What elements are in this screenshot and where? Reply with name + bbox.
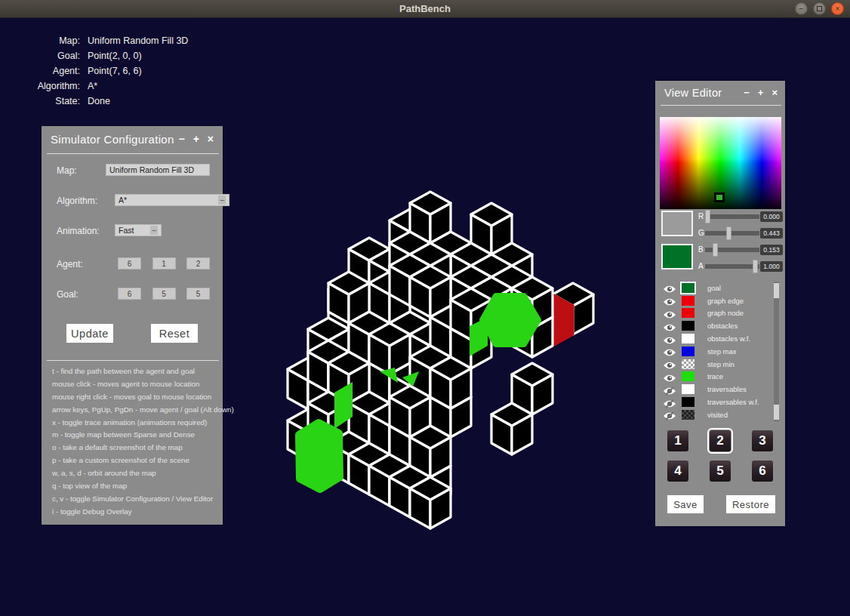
layer-label: obstacles w.f. — [707, 334, 750, 343]
close-button[interactable]: × — [831, 2, 844, 15]
reset-button[interactable]: Reset — [151, 324, 198, 343]
restore-button[interactable]: Restore — [726, 495, 775, 513]
layer-row[interactable]: obstacles — [655, 319, 772, 332]
layer-row[interactable]: traversables — [655, 383, 772, 396]
slider-track[interactable] — [705, 248, 759, 252]
visibility-eye-icon[interactable] — [663, 398, 676, 407]
visibility-eye-icon[interactable] — [663, 359, 676, 368]
layer-color-swatch[interactable] — [682, 397, 694, 407]
layer-color-swatch[interactable] — [682, 308, 694, 318]
pathbench-window: { "window": { "title": "PathBench" }, "i… — [0, 0, 850, 616]
layer-row[interactable]: visited — [655, 408, 772, 421]
info-label: Agent: — [12, 66, 80, 76]
panel-maximize-icon[interactable]: + — [193, 133, 199, 145]
visibility-eye-icon[interactable] — [663, 410, 676, 419]
goal-label: Goal: — [57, 289, 79, 300]
layer-color-swatch[interactable] — [682, 334, 694, 343]
layer-color-swatch[interactable] — [682, 321, 694, 331]
preset-button-5[interactable]: 5 — [710, 460, 731, 482]
layer-color-swatch[interactable] — [682, 283, 694, 293]
view-editor-panel: View Editor − + × R 0.000 G 0.443 B 0.15… — [655, 81, 785, 526]
info-row: Map: Uniform Random Fill 3D — [12, 33, 188, 48]
layer-row[interactable]: graph node — [655, 307, 772, 320]
layer-row[interactable]: traversables w.f. — [655, 396, 772, 408]
preset-button-6[interactable]: 6 — [752, 460, 773, 482]
coordinate-field[interactable]: 1 — [152, 257, 176, 270]
color-picker-gradient[interactable] — [660, 117, 781, 209]
visibility-eye-icon[interactable] — [663, 334, 676, 343]
panel-title: View Editor — [664, 87, 722, 99]
info-label: State: — [12, 96, 80, 106]
panel-maximize-icon[interactable]: + — [758, 87, 764, 98]
layer-color-swatch[interactable] — [682, 296, 694, 306]
maximize-button[interactable] — [813, 2, 826, 15]
visibility-eye-icon[interactable] — [663, 385, 676, 394]
scrollbar-down-button[interactable] — [774, 405, 779, 420]
coordinate-field[interactable]: 6 — [118, 288, 141, 300]
layer-label: trace — [707, 372, 723, 380]
visibility-eye-icon[interactable] — [663, 346, 676, 356]
info-value: Done — [80, 96, 110, 106]
color-picker-marker[interactable] — [714, 192, 725, 202]
help-line: mouse click - moves agent to mouse locat… — [52, 378, 218, 391]
map-3d-scene[interactable] — [226, 174, 649, 581]
map-dropdown[interactable]: Uniform Random Fill 3D — [106, 164, 210, 176]
coordinate-field[interactable]: 5 — [152, 288, 176, 300]
slider-track[interactable] — [705, 264, 759, 269]
layer-color-swatch[interactable] — [682, 371, 694, 381]
layer-row[interactable]: trace — [655, 371, 772, 383]
coordinate-field[interactable]: 5 — [186, 288, 210, 300]
animation-dropdown[interactable]: Fast – — [115, 224, 162, 236]
visibility-eye-icon[interactable] — [663, 283, 676, 292]
dropdown-arrow-icon: – — [150, 226, 158, 235]
panel-close-icon[interactable]: × — [208, 133, 214, 145]
layer-color-swatch[interactable] — [682, 346, 694, 356]
layer-list-scrollbar[interactable] — [774, 282, 779, 421]
visibility-eye-icon[interactable] — [663, 309, 676, 318]
map-label: Map: — [57, 165, 77, 176]
divider — [47, 153, 219, 154]
scrollbar-thumb[interactable] — [774, 283, 779, 298]
slider-handle[interactable] — [726, 226, 731, 240]
layer-row[interactable]: step min — [655, 358, 772, 371]
preset-button-4[interactable]: 4 — [667, 460, 688, 482]
help-line: q - top view of the map — [52, 480, 218, 493]
help-line: arrow keys, PgUp, PgDn - move agent / go… — [52, 404, 218, 417]
layer-label: traversables w.f. — [707, 398, 759, 406]
layer-label: traversables — [707, 385, 747, 393]
layer-label: goal — [707, 284, 721, 292]
layer-row[interactable]: step max — [655, 345, 772, 358]
layer-row[interactable]: graph edge — [655, 294, 772, 307]
visibility-eye-icon[interactable] — [663, 296, 676, 305]
preset-button-1[interactable]: 1 — [667, 430, 688, 451]
visibility-eye-icon[interactable] — [663, 322, 676, 331]
slider-handle[interactable] — [713, 243, 718, 257]
visibility-eye-icon[interactable] — [663, 372, 676, 381]
layer-label: obstacles — [707, 322, 738, 330]
layer-color-swatch[interactable] — [682, 410, 694, 420]
layer-row[interactable]: obstacles w.f. — [655, 332, 772, 345]
panel-minimize-icon[interactable]: − — [744, 87, 750, 98]
coordinate-field[interactable]: 2 — [186, 257, 210, 270]
slider-handle[interactable] — [705, 210, 710, 223]
panel-minimize-icon[interactable]: − — [178, 133, 184, 145]
layer-row[interactable]: goal — [655, 282, 772, 294]
update-button[interactable]: Update — [66, 324, 113, 343]
preset-button-3[interactable]: 3 — [752, 430, 773, 451]
info-value: Point(7, 6, 6) — [80, 66, 142, 76]
save-button[interactable]: Save — [667, 495, 704, 513]
layer-color-swatch[interactable] — [682, 384, 694, 394]
animation-label: Animation: — [57, 226, 100, 236]
divider — [47, 360, 219, 361]
info-value: A* — [80, 81, 97, 91]
preset-button-2[interactable]: 2 — [710, 430, 731, 451]
slider-track[interactable] — [705, 214, 759, 219]
panel-close-icon[interactable]: × — [771, 87, 778, 98]
slider-handle[interactable] — [753, 260, 758, 273]
minimize-button[interactable]: − — [795, 2, 808, 15]
coordinate-field[interactable]: 6 — [118, 257, 141, 270]
algorithm-dropdown[interactable]: A* – — [115, 194, 229, 206]
slider-track[interactable] — [705, 231, 759, 236]
layer-color-swatch[interactable] — [682, 359, 694, 369]
slider-value: 0.000 — [760, 211, 783, 222]
